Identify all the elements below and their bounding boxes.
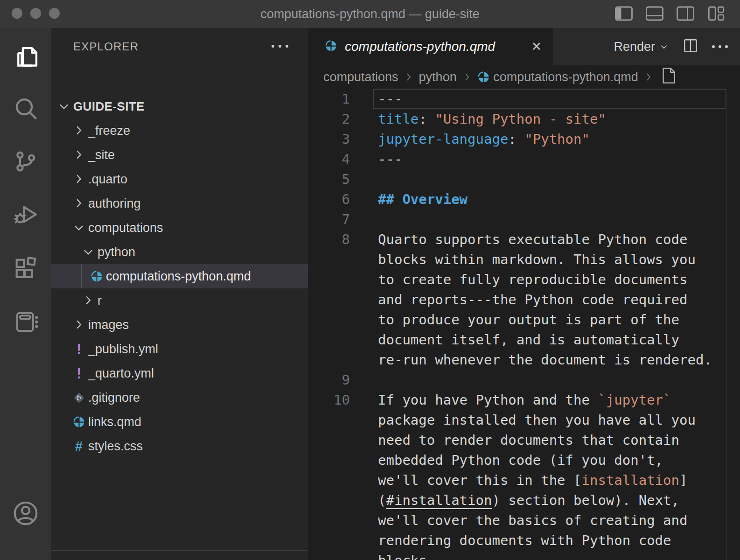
toggle-panel-icon[interactable]	[645, 4, 664, 23]
tree-item-authoring[interactable]: authoring	[51, 191, 308, 216]
line-number: 9	[308, 372, 350, 388]
notebook-icon[interactable]	[0, 299, 51, 345]
code-line-wrap[interactable]: we'll cover this in the [installation]	[308, 470, 740, 490]
code-line-wrap[interactable]: need to render documents that contain	[308, 430, 740, 450]
code-text: and reports---the Python code required	[378, 292, 687, 308]
code-line-wrap[interactable]: blocks	[308, 550, 740, 560]
chevron-down-icon	[72, 221, 86, 235]
tree-item--site[interactable]: _site	[51, 143, 308, 167]
accounts-icon[interactable]	[0, 490, 51, 537]
explorer-header: EXPLORER	[73, 40, 139, 53]
code-text: to produce your output is part of the	[378, 312, 679, 328]
code-text: blocks within markdown. This allows you	[378, 252, 696, 267]
code-line-3[interactable]: 3jupyter-language: "Python"	[308, 129, 740, 149]
chevron-right-icon	[72, 172, 86, 186]
line-number: 3	[308, 131, 350, 147]
tree-item-label: styles.css	[88, 439, 143, 454]
tree-item-r[interactable]: r	[51, 288, 308, 313]
tree-item-label: authoring	[88, 196, 141, 211]
tree-item-guide-site[interactable]: GUIDE-SITE	[51, 94, 308, 119]
editor-ruler	[726, 89, 726, 560]
tree-item--quarto[interactable]: .quarto	[51, 167, 308, 191]
code-line-9[interactable]: 9	[308, 370, 740, 390]
toggle-primary-sidebar-icon[interactable]	[614, 4, 634, 23]
tree-item-label: GUIDE-SITE	[73, 99, 145, 114]
tree-item-computations-python-qmd[interactable]: computations-python.qmd	[51, 264, 308, 288]
toggle-secondary-sidebar-icon[interactable]	[676, 4, 695, 23]
code-line-wrap[interactable]: embedded Python code (if you don't,	[308, 450, 740, 470]
activity-bar	[0, 28, 51, 560]
code-line-5[interactable]: 5	[308, 169, 740, 189]
code-text: Quarto supports executable Python code	[378, 231, 687, 247]
code-text: rendering documents with Python code	[378, 532, 671, 548]
css-icon: #	[75, 439, 83, 454]
code-text: blocks	[378, 553, 427, 560]
tree-item--gitignore[interactable]: .gitignore	[51, 385, 308, 410]
code-line-wrap[interactable]: (#installation) section below). Next,	[308, 490, 740, 510]
quarto-icon	[477, 71, 490, 84]
code-line-8[interactable]: 8Quarto supports executable Python code	[308, 229, 740, 249]
code-line-7[interactable]: 7	[308, 209, 740, 229]
line-number: 8	[308, 231, 350, 247]
code-line-2[interactable]: 2title: "Using Python - site"	[308, 109, 740, 129]
breadcrumb-python[interactable]: python	[419, 70, 457, 84]
tree-item-computations[interactable]: computations	[51, 216, 308, 240]
code-line-wrap[interactable]: to produce your output is part of the	[308, 309, 740, 329]
code-line-1[interactable]: 1---	[308, 89, 740, 109]
code-line-4[interactable]: 4---	[308, 149, 740, 169]
tree-item-label: r	[98, 294, 102, 308]
outline-section-header[interactable]: OUTLINE	[51, 553, 308, 560]
code-line-wrap[interactable]: blocks within markdown. This allows you	[308, 249, 740, 269]
customize-layout-icon[interactable]	[706, 4, 726, 23]
breadcrumb-computations[interactable]: computations	[323, 70, 398, 84]
code-line-wrap[interactable]: document itself, and is automatically	[308, 329, 740, 350]
tree-item--publish-yml[interactable]: !_publish.yml	[51, 337, 308, 361]
explorer-icon[interactable]	[0, 33, 51, 79]
breadcrumb-computations-python-qmd[interactable]: computations-python.qmd	[477, 70, 638, 84]
code-editor[interactable]: 1---2title: "Using Python - site"3jupyte…	[308, 89, 740, 560]
tree-item-python[interactable]: python	[51, 240, 308, 264]
tree-item--freeze[interactable]: _freeze	[51, 119, 308, 143]
tree-item-images[interactable]: images	[51, 313, 308, 337]
explorer-more-actions-icon[interactable]	[272, 45, 288, 48]
close-tab-icon[interactable]: ✕	[531, 39, 542, 54]
code-line-wrap[interactable]: and reports---the Python code required	[308, 289, 740, 309]
breadcrumb-file-icon	[660, 66, 677, 88]
tree-item-styles-css[interactable]: #styles.css	[51, 434, 308, 458]
code-text: document itself, and is automatically	[378, 332, 679, 348]
chevron-down-icon	[57, 99, 71, 113]
chevron-right-icon	[72, 196, 86, 210]
tab-computations-python-qmd[interactable]: computations-python.qmd ✕	[308, 28, 553, 65]
file-tree: GUIDE-SITE_freeze_site.quartoauthoringco…	[51, 94, 308, 458]
code-text: jupyter-language: "Python"	[378, 131, 590, 147]
tree-item-label: links.qmd	[88, 415, 141, 429]
code-line-wrap[interactable]: package installed then you have all you	[308, 410, 740, 430]
code-line-wrap[interactable]: to create fully reproducible documents	[308, 269, 740, 289]
search-icon[interactable]	[0, 85, 51, 132]
tab-bar: computations-python.qmd ✕ Render	[308, 28, 740, 65]
code-line-wrap[interactable]: rendering documents with Python code	[308, 530, 740, 550]
tree-item-label: _freeze	[88, 124, 130, 138]
quarto-icon	[73, 416, 85, 428]
tree-item-label: .quarto	[88, 172, 127, 187]
code-line-10[interactable]: 10If you have Python and the `jupyter`	[308, 390, 740, 410]
line-number: 2	[308, 111, 350, 127]
chevron-down-icon	[659, 42, 669, 52]
split-editor-icon[interactable]	[682, 37, 699, 56]
chevron-right-icon	[81, 294, 95, 308]
source-control-icon[interactable]	[0, 138, 51, 185]
render-button[interactable]: Render	[614, 40, 669, 54]
extensions-icon[interactable]	[0, 245, 51, 292]
line-number: 6	[308, 191, 350, 207]
tree-item-links-qmd[interactable]: links.qmd	[51, 410, 308, 434]
yaml-icon: !	[75, 341, 83, 357]
code-text: ---	[378, 91, 402, 107]
tree-item--quarto-yml[interactable]: !_quarto.yml	[51, 361, 308, 385]
editor-more-actions-icon[interactable]	[712, 45, 728, 48]
code-line-wrap[interactable]: we'll cover the basics of creating and	[308, 510, 740, 530]
code-line-wrap[interactable]: re-run whenever the document is rendered…	[308, 350, 740, 370]
yaml-icon: !	[75, 365, 83, 382]
run-and-debug-icon[interactable]	[0, 191, 51, 238]
code-line-6[interactable]: 6## Overview	[308, 189, 740, 209]
tree-item-label: computations-python.qmd	[106, 269, 251, 284]
